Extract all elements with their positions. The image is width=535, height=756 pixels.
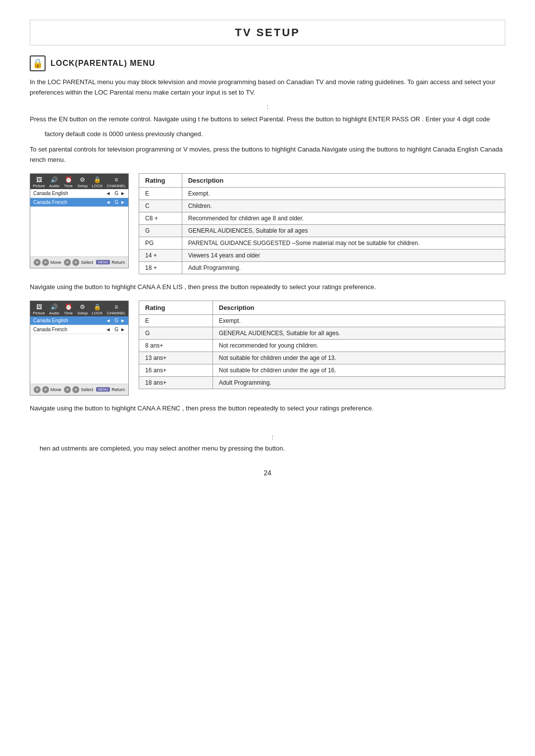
description-cell: GENERAL AUDIENCES, Suitable for all ages: [182, 224, 505, 237]
tv-topbar-1: 🖼 Picture 🔊 Audio ⏰ Time ⚙ Setup 🔒 LOCK …: [30, 174, 128, 189]
tv-menu-rows-2: Canada English ◄ G ► Canada French ◄ G ►: [30, 316, 128, 384]
tv-icon-lock: 🔒 LOCK: [92, 176, 103, 188]
completion-section: : hen ad ustments are completed, you may…: [40, 433, 505, 454]
description-cell: GENERAL AUDIENCES, Suitable for all ages…: [213, 327, 505, 339]
rating-cell: C8 +: [139, 212, 182, 224]
table-row: 16 ans+Not suitable for children under t…: [139, 364, 505, 376]
tv-row-canada-french-2: Canada French ◄ G ►: [30, 325, 128, 334]
intro-text-2: Press the EN button on the remote contro…: [30, 114, 505, 125]
move-circle-icon-2: ⊗: [42, 259, 49, 266]
table-row: GGENERAL AUDIENCES, Suitable for all age…: [139, 224, 505, 237]
tv-icon-channel: ≡ CHANNEL: [107, 176, 126, 188]
tv-topbar-2: 🖼 Picture 🔊 Audio ⏰ Time ⚙ Setup 🔒 LOCK …: [30, 301, 128, 316]
table-row: 8 ans+Not recommended for young children…: [139, 339, 505, 352]
rating-cell: 8 ans+: [139, 339, 213, 352]
tv-menu-panel-2: 🖼 Picture 🔊 Audio ⏰ Time ⚙ Setup 🔒 LOCK …: [30, 301, 129, 396]
tv-icon-channel-2: ≡ CHANNEL: [107, 303, 126, 315]
select-circle-icon-2: ⊗: [72, 259, 79, 266]
description-header-1: Description: [182, 173, 505, 187]
description-cell: PARENTAL GUIDANCE SUGGESTED –Some materi…: [182, 237, 505, 249]
tv-footer-1: ⊗ ⊗ Move ⊗ ⊗ Select MENU Return: [30, 256, 128, 268]
tv-icon-setup: ⚙ Setup: [77, 176, 88, 188]
return-button-1[interactable]: MENU Return: [96, 259, 125, 266]
table-row: CChildren.: [139, 200, 505, 212]
description-cell: Adult Programming.: [213, 376, 505, 389]
tv-icon-audio: 🔊 Audio: [49, 176, 59, 188]
rating-cell: E: [139, 187, 182, 200]
description-cell: Not suitable for children under the age …: [213, 364, 505, 376]
rating-cell: 13 ans+: [139, 352, 213, 364]
table-row: 13 ans+Not suitable for children under t…: [139, 352, 505, 364]
description-cell: Not recommended for young children.: [213, 339, 505, 352]
description-cell: Viewers 14 years and older: [182, 249, 505, 261]
tv-icon-setup-2: ⚙ Setup: [77, 303, 88, 315]
navigate-text-1: Navigate using the button to highlight C…: [30, 282, 505, 293]
tv-icon-time: ⏰ Time: [63, 176, 73, 188]
rating-header-2: Rating: [139, 301, 213, 314]
table-row: EExempt.: [139, 314, 505, 327]
tv-menu-rows-1: Canada English ◄ G ► Canada French ◄ G ►: [30, 189, 128, 256]
description-cell: Not suitable for children under the age …: [213, 352, 505, 364]
navigate-text-2: Navigate using the button to highlight C…: [30, 403, 505, 414]
intro-text-3: factory default code is 0000 unless prev…: [45, 129, 505, 140]
rating-cell: G: [139, 327, 213, 339]
description-cell: Children.: [182, 200, 505, 212]
tv-row-canada-english-1: Canada English ◄ G ►: [30, 189, 128, 198]
rating-cell: E: [139, 314, 213, 327]
rating-cell: 18 ans+: [139, 376, 213, 389]
rating-table-1: Rating Description EExempt.CChildren.C8 …: [139, 173, 505, 274]
rating-cell: 18 +: [139, 261, 182, 274]
lock-icon: 🔒: [30, 55, 46, 71]
canada-english-section: 🖼 Picture 🔊 Audio ⏰ Time ⚙ Setup 🔒 LOCK …: [30, 173, 505, 274]
description-cell: Exempt.: [213, 314, 505, 327]
description-header-2: Description: [213, 301, 505, 314]
rating-cell: 16 ans+: [139, 364, 213, 376]
tv-icon-picture: 🖼 Picture: [33, 176, 45, 188]
rating-cell: C: [139, 200, 182, 212]
table-row: 18 +Adult Programming.: [139, 261, 505, 274]
section-header: 🔒 LOCK(PARENTAL) MENU: [30, 55, 505, 71]
move-button-2[interactable]: ⊗ ⊗ Move: [34, 386, 61, 393]
intro-text-4: To set parental controls for television …: [30, 145, 505, 165]
tv-menu-panel-1: 🖼 Picture 🔊 Audio ⏰ Time ⚙ Setup 🔒 LOCK …: [30, 173, 129, 268]
note-colon-2: :: [40, 433, 505, 441]
rating-cell: 14 +: [139, 249, 182, 261]
table-row: GGENERAL AUDIENCES, Suitable for all age…: [139, 327, 505, 339]
rating-cell: G: [139, 224, 182, 237]
section-title: LOCK(PARENTAL) MENU: [51, 59, 155, 68]
move-circle-icon-4: ⊗: [42, 386, 49, 393]
menu-rect-icon: MENU: [96, 260, 110, 264]
rating-table-2: Rating Description EExempt.GGENERAL AUDI…: [139, 301, 505, 389]
description-cell: Exempt.: [182, 187, 505, 200]
intro-text-1: In the LOC PARENTAL menu you may block t…: [30, 77, 505, 98]
tv-icon-lock-2: 🔒 LOCK: [92, 303, 103, 315]
table-row: PGPARENTAL GUIDANCE SUGGESTED –Some mate…: [139, 237, 505, 249]
note-colon-1: :: [30, 103, 505, 110]
move-circle-icon-3: ⊗: [34, 386, 41, 393]
description-cell: Adult Programming.: [182, 261, 505, 274]
page-number: 24: [30, 469, 505, 477]
description-cell: Recommended for children age 8 and older…: [182, 212, 505, 224]
table-row: EExempt.: [139, 187, 505, 200]
move-button-1[interactable]: ⊗ ⊗ Move: [34, 259, 61, 266]
tv-icon-picture-2: 🖼 Picture: [33, 303, 45, 315]
return-button-2[interactable]: MENU Return: [96, 386, 125, 393]
tv-icon-time-2: ⏰ Time: [63, 303, 73, 315]
table-row: 14 +Viewers 14 years and older: [139, 249, 505, 261]
select-circle-icon: ⊗: [64, 259, 71, 266]
table-row: 18 ans+Adult Programming.: [139, 376, 505, 389]
table-row: C8 +Recommended for children age 8 and o…: [139, 212, 505, 224]
select-button-1[interactable]: ⊗ ⊗ Select: [64, 259, 93, 266]
canada-french-section: 🖼 Picture 🔊 Audio ⏰ Time ⚙ Setup 🔒 LOCK …: [30, 301, 505, 396]
move-circle-icon: ⊗: [34, 259, 41, 266]
tv-row-canada-english-2: Canada English ◄ G ►: [30, 316, 128, 325]
page-title: TV SETUP: [30, 20, 505, 46]
tv-footer-2: ⊗ ⊗ Move ⊗ ⊗ Select MENU Return: [30, 384, 128, 395]
select-button-2[interactable]: ⊗ ⊗ Select: [64, 386, 93, 393]
rating-header-1: Rating: [139, 173, 182, 187]
tv-icon-audio-2: 🔊 Audio: [49, 303, 59, 315]
select-circle-icon-4: ⊗: [72, 386, 79, 393]
menu-rect-icon-2: MENU: [96, 387, 110, 392]
rating-cell: PG: [139, 237, 182, 249]
tv-row-canada-french-1: Canada French ◄ G ►: [30, 198, 128, 207]
